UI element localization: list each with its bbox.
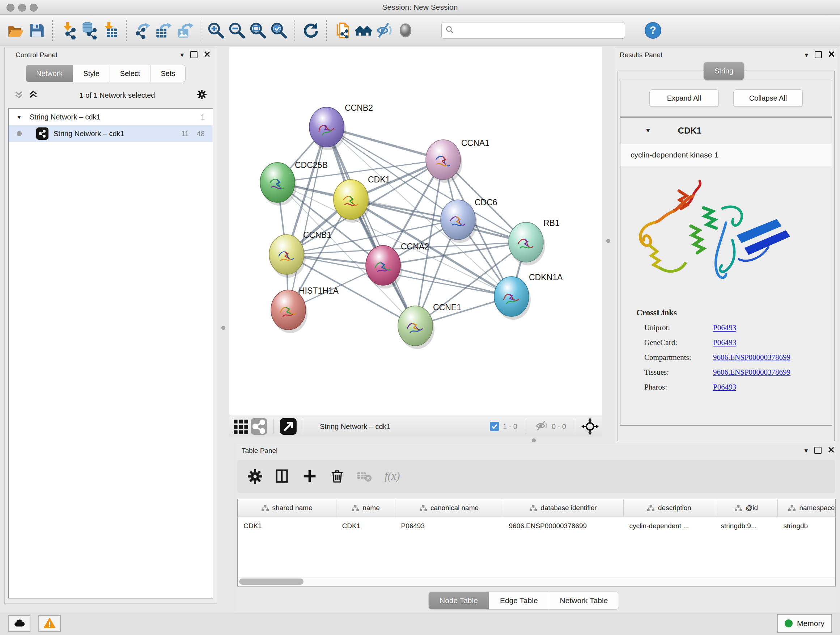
expand-all-tree-icon[interactable]: [28, 90, 38, 101]
column-header-description[interactable]: description: [624, 499, 715, 517]
panel-close-icon[interactable]: [829, 51, 835, 58]
collapse-all-button[interactable]: Collapse All: [733, 89, 803, 107]
search-input[interactable]: [454, 26, 615, 35]
table-cell[interactable]: 9606.ENSP00000378699: [503, 517, 624, 535]
network-node-cdkn1a[interactable]: CDKN1A: [494, 272, 563, 320]
table-horizontal-scrollbar[interactable]: [238, 577, 835, 586]
import-network-database-button[interactable]: [79, 20, 100, 41]
first-neighbors-button[interactable]: [353, 20, 374, 41]
gene-section-header[interactable]: ▼ CDK1: [621, 118, 832, 144]
tab-network[interactable]: Network: [26, 65, 73, 82]
table-cell[interactable]: P06493: [395, 517, 503, 535]
left-splitter-handle[interactable]: [221, 326, 225, 330]
table-row[interactable]: CDK1CDK1P064939606.ENSP00000378699cyclin…: [238, 517, 836, 535]
collapse-all-tree-icon[interactable]: [14, 90, 24, 101]
import-network-file-button[interactable]: [58, 20, 79, 41]
network-row[interactable]: String Network – cdk1 11 48: [9, 125, 213, 142]
open-in-window-button[interactable]: [279, 416, 298, 437]
panel-menu-icon[interactable]: ▾: [180, 51, 184, 58]
table-cell[interactable]: cyclin-dependent ...: [624, 517, 715, 535]
network-collection-row[interactable]: ▼ String Network – cdk1 1: [9, 109, 213, 125]
selected-checkbox-icon[interactable]: [490, 422, 499, 431]
network-canvas[interactable]: CCNB2CCNA1CDC25BCDK1CDC6RB1CCNB1CCNA2HIS…: [229, 47, 602, 416]
apply-layout-button[interactable]: [300, 20, 321, 41]
table-cell[interactable]: stringdb: [778, 517, 836, 535]
search-box[interactable]: [441, 22, 625, 39]
fit-selected-button[interactable]: [580, 416, 600, 437]
column-header-shared-name[interactable]: shared name: [238, 499, 336, 517]
hide-selected-button[interactable]: [374, 20, 395, 41]
memory-button[interactable]: Memory: [777, 614, 832, 633]
table-cell[interactable]: CDK1: [238, 517, 336, 535]
show-all-button[interactable]: [395, 20, 416, 41]
crosslink-link[interactable]: 9606.ENSP00000378699: [713, 368, 790, 377]
tab-select[interactable]: Select: [110, 65, 151, 82]
birdseye-grid-button[interactable]: [233, 416, 249, 437]
zoom-fit-button[interactable]: [248, 20, 268, 41]
delete-table-button[interactable]: [356, 467, 374, 486]
network-node-ccnb1[interactable]: CCNB1: [269, 230, 332, 278]
column-header--id[interactable]: @id: [715, 499, 778, 517]
horizontal-splitter-handle[interactable]: [532, 439, 536, 442]
import-table-file-button[interactable]: [100, 20, 121, 41]
network-node-rb1[interactable]: RB1: [508, 218, 560, 265]
hidden-counts: 0 - 0: [552, 423, 566, 431]
clone-network-button[interactable]: [332, 20, 353, 41]
panel-menu-icon[interactable]: ▾: [805, 51, 808, 58]
panel-float-icon[interactable]: [190, 51, 197, 58]
column-header-canonical-name[interactable]: canonical name: [395, 499, 503, 517]
network-edge[interactable]: [327, 127, 415, 326]
network-node-hist1h1a[interactable]: HIST1H1A: [271, 286, 339, 333]
column-header-namespace[interactable]: namespace: [778, 499, 836, 517]
tab-sets[interactable]: Sets: [150, 65, 186, 82]
settings-gear-button[interactable]: [246, 467, 264, 486]
zoom-selected-button[interactable]: [268, 20, 289, 41]
crosslink-link[interactable]: 9606.ENSP00000378699: [713, 353, 790, 362]
network-node-ccna1[interactable]: CCNA1: [426, 138, 489, 183]
help-button[interactable]: ?: [643, 20, 663, 41]
tab-network-table[interactable]: Network Table: [549, 592, 619, 610]
network-node-ccne1[interactable]: CCNE1: [398, 302, 461, 349]
export-network-button[interactable]: [132, 20, 153, 41]
table-cell[interactable]: stringdb:9...: [715, 517, 778, 535]
export-image-button[interactable]: [174, 20, 195, 41]
column-header-name[interactable]: name: [336, 499, 395, 517]
panel-menu-icon[interactable]: ▾: [804, 447, 808, 454]
crosslink-link[interactable]: P06493: [713, 338, 736, 347]
tab-style[interactable]: Style: [73, 65, 110, 82]
column-header-database-identifier[interactable]: database identifier: [503, 499, 624, 517]
warning-status-button[interactable]: [38, 615, 61, 632]
function-builder-button[interactable]: f(x): [384, 467, 401, 486]
zoom-in-button[interactable]: [205, 20, 226, 41]
panel-float-icon[interactable]: [814, 447, 821, 454]
panel-close-icon[interactable]: [204, 51, 210, 58]
open-session-button[interactable]: [5, 20, 26, 41]
tab-string[interactable]: String: [704, 62, 744, 80]
network-node-ccnb2[interactable]: CCNB2: [309, 103, 373, 150]
scrollbar-thumb[interactable]: [239, 578, 303, 585]
network-edge[interactable]: [288, 127, 327, 310]
panel-close-icon[interactable]: [828, 447, 834, 454]
hidden-eye-icon[interactable]: [535, 420, 548, 433]
collapse-caret-icon[interactable]: ▼: [645, 127, 651, 134]
tree-expand-caret[interactable]: ▼: [14, 114, 25, 120]
right-splitter-handle[interactable]: [606, 239, 610, 243]
network-overview-button[interactable]: [249, 416, 268, 437]
expand-all-button[interactable]: Expand All: [649, 89, 719, 107]
split-columns-button[interactable]: [273, 467, 292, 486]
delete-column-button[interactable]: [328, 467, 347, 486]
panel-float-icon[interactable]: [815, 51, 822, 58]
export-table-button[interactable]: [153, 20, 174, 41]
cloud-status-button[interactable]: [8, 615, 30, 632]
zoom-out-button[interactable]: [226, 20, 248, 41]
add-column-button[interactable]: [301, 467, 319, 486]
tab-node-table[interactable]: Node Table: [428, 592, 489, 610]
tab-edge-table[interactable]: Edge Table: [489, 592, 549, 610]
table-cell[interactable]: CDK1: [336, 517, 395, 535]
gear-icon[interactable]: [196, 89, 207, 101]
network-node-cdk1[interactable]: CDK1: [333, 175, 390, 223]
crosslink-link[interactable]: P06493: [713, 323, 736, 333]
save-session-button[interactable]: [26, 20, 47, 41]
network-node-cdc25b[interactable]: CDC25B: [260, 160, 328, 206]
crosslink-link[interactable]: P06493: [713, 383, 736, 392]
